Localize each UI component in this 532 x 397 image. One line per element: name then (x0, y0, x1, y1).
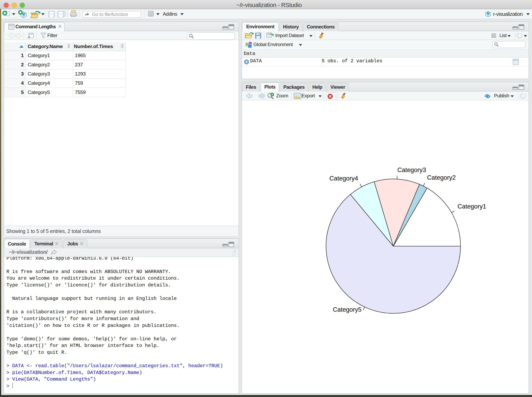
svg-text:Category2: Category2 (427, 174, 456, 181)
svg-text:R: R (487, 12, 490, 15)
svg-text:Category1: Category1 (457, 203, 486, 210)
svg-text:Category4: Category4 (329, 175, 358, 182)
svg-text:R: R (22, 12, 25, 16)
svg-text:Category3: Category3 (397, 167, 426, 174)
svg-text:Category5: Category5 (333, 306, 361, 313)
